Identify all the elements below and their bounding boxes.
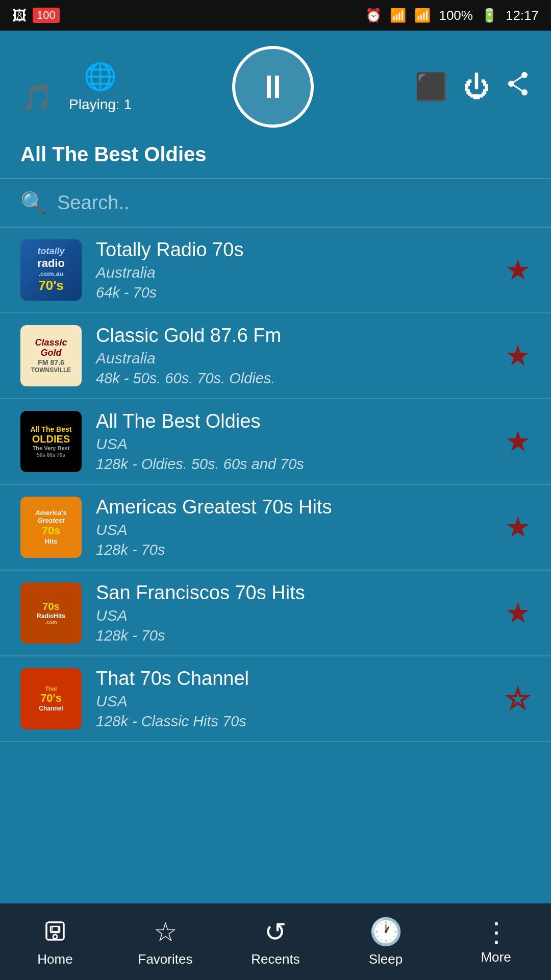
station-list: totally radio .com.au 70's Totally Radio… [0, 228, 551, 886]
favorite-star[interactable]: ★ [505, 427, 531, 456]
nav-more[interactable]: ⋮ More [441, 903, 551, 980]
station-meta: 128k - 70s [96, 542, 491, 558]
pause-icon: ⏸ [257, 70, 289, 103]
nav-favorites[interactable]: ☆ Favorites [110, 903, 220, 980]
recents-icon: ↺ [264, 917, 287, 947]
bottom-navigation: Home ☆ Favorites ↺ Recents 🕐 Sleep ⋮ Mor… [0, 903, 551, 980]
station-info: That 70s Channel USA 128k - Classic Hits… [96, 668, 491, 730]
station-country: USA [96, 521, 491, 538]
favorites-label: Favorites [138, 951, 193, 967]
alarm-icon: ⏰ [365, 8, 382, 23]
sleep-icon: 🕐 [369, 916, 403, 947]
station-info: All The Best Oldies USA 128k - Oldies. 5… [96, 410, 491, 473]
station-logo: totally radio .com.au 70's [20, 239, 82, 301]
station-country: USA [96, 435, 491, 453]
station-info: Americas Greatest 70s Hits USA 128k - 70… [96, 496, 491, 558]
station-meta: 128k - 70s [96, 627, 491, 644]
station-name: Totally Radio 70s [96, 239, 491, 261]
stop-button[interactable]: ⬛ [415, 71, 448, 103]
favorite-star[interactable]: ★ [505, 599, 531, 627]
station-name: San Franciscos 70s Hits [96, 582, 491, 604]
home-label: Home [37, 951, 72, 967]
svg-line-3 [511, 75, 524, 84]
battery-percent: 100% [439, 8, 473, 23]
station-logo: All The Best OLDIES The Very Best 50s 60… [20, 411, 82, 472]
recents-label: Recents [251, 951, 299, 967]
svg-rect-7 [52, 926, 58, 932]
wifi-icon: 📶 [390, 8, 406, 23]
favorites-icon: ☆ [154, 917, 178, 947]
more-icon: ⋮ [483, 919, 509, 945]
power-button[interactable]: ⏻ [463, 71, 490, 102]
station-country: USA [96, 693, 491, 710]
station-item[interactable]: totally radio .com.au 70's Totally Radio… [0, 228, 551, 313]
search-input[interactable] [57, 192, 531, 214]
globe-icon[interactable]: 🌐 [84, 61, 117, 92]
station-item[interactable]: America's Greatest 70s Hits Americas Gre… [0, 485, 551, 571]
search-bar: 🔍 [0, 179, 551, 228]
home-icon [42, 916, 68, 947]
station-meta: 128k - Classic Hits 70s [96, 713, 491, 730]
station-logo: Classic Gold FM 87.6 TOWNSVILLE [20, 325, 82, 386]
station-item[interactable]: 70s RadioHits .com San Franciscos 70s Hi… [0, 571, 551, 656]
radio-icon: 100 [33, 8, 60, 23]
nav-sleep[interactable]: 🕐 Sleep [331, 903, 441, 980]
station-info: San Franciscos 70s Hits USA 128k - 70s [96, 582, 491, 644]
station-logo: America's Greatest 70s Hits [20, 497, 82, 558]
station-info: Totally Radio 70s Australia 64k - 70s [96, 239, 491, 301]
station-info: Classic Gold 87.6 Fm Australia 48k - 50s… [96, 325, 491, 387]
more-label: More [481, 949, 511, 965]
station-country: Australia [96, 264, 491, 281]
favorite-star[interactable]: ★ [505, 256, 531, 284]
station-name: Americas Greatest 70s Hits [96, 496, 491, 518]
station-logo: That 70's Channel [20, 668, 82, 729]
share-button[interactable] [505, 71, 531, 103]
station-meta: 48k - 50s. 60s. 70s. Oldies. [96, 370, 491, 387]
station-name: Classic Gold 87.6 Fm [96, 325, 491, 347]
clock: 12:17 [506, 8, 539, 23]
favorite-star[interactable]: ★ [505, 341, 531, 370]
station-name: All The Best Oldies [96, 410, 491, 432]
station-meta: 128k - Oldies. 50s. 60s and 70s [96, 456, 491, 473]
favorite-star[interactable]: ☆ [505, 684, 531, 713]
music-icon[interactable]: 🎵 [20, 82, 54, 113]
station-item[interactable]: That 70's Channel That 70s Channel USA 1… [0, 656, 551, 742]
svg-point-8 [53, 935, 57, 939]
svg-line-4 [511, 84, 524, 92]
signal-icon: 📶 [414, 8, 431, 23]
favorite-star[interactable]: ★ [505, 513, 531, 542]
now-playing-title: All The Best Oldies [20, 143, 531, 166]
station-country: USA [96, 607, 491, 624]
photo-icon: 🖼 [12, 7, 27, 24]
station-item[interactable]: All The Best OLDIES The Very Best 50s 60… [0, 399, 551, 485]
player-header: 🎵 🌐 Playing: 1 ⏸ ⬛ ⏻ [0, 31, 551, 138]
station-meta: 64k - 70s [96, 284, 491, 301]
pause-button[interactable]: ⏸ [232, 46, 314, 128]
station-item[interactable]: Classic Gold FM 87.6 TOWNSVILLE Classic … [0, 313, 551, 399]
station-country: Australia [96, 350, 491, 367]
station-name: That 70s Channel [96, 668, 491, 690]
now-playing-section: All The Best Oldies [0, 138, 551, 179]
nav-recents[interactable]: ↺ Recents [220, 903, 331, 980]
station-logo: 70s RadioHits .com [20, 582, 82, 644]
sleep-label: Sleep [369, 951, 403, 967]
battery-icon: 🔋 [481, 8, 497, 23]
playing-label: Playing: 1 [69, 96, 132, 113]
status-bar: 🖼 100 ⏰ 📶 📶 100% 🔋 12:17 [0, 0, 551, 31]
search-icon: 🔍 [20, 190, 47, 215]
nav-home[interactable]: Home [0, 903, 110, 980]
